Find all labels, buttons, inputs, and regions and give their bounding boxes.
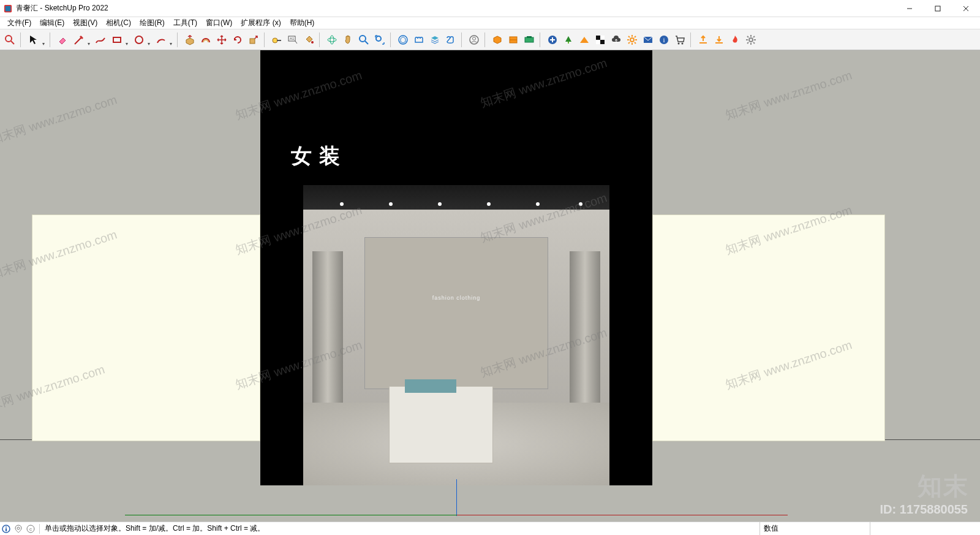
outliner-icon[interactable] — [443, 32, 458, 47]
layers-icon[interactable] — [428, 32, 442, 47]
info-icon[interactable]: i — [657, 32, 671, 47]
search-icon[interactable] — [2, 32, 17, 47]
flame-icon[interactable] — [728, 32, 742, 47]
svg-rect-3 — [935, 6, 940, 11]
svg-line-51 — [747, 36, 748, 37]
menu-view[interactable]: 视图(V) — [69, 17, 101, 29]
maximize-button[interactable] — [924, 0, 952, 17]
add-scene-icon[interactable] — [545, 32, 560, 47]
svg-point-44 — [678, 42, 680, 44]
push-pull-tool[interactable] — [183, 32, 197, 47]
menu-bar: 文件(F) 编辑(E) 视图(V) 相机(C) 绘图(R) 工具(T) 窗口(W… — [0, 17, 980, 29]
status-geoloc-icon[interactable] — [12, 525, 24, 533]
svg-rect-25 — [525, 37, 533, 42]
arc-tool[interactable] — [153, 32, 174, 47]
account-icon[interactable] — [467, 32, 481, 47]
svg-point-58 — [17, 527, 20, 529]
vray-render-icon[interactable] — [522, 32, 537, 47]
cart-icon[interactable] — [673, 32, 687, 47]
svg-rect-57 — [6, 528, 7, 531]
svg-point-15 — [328, 38, 336, 42]
model-viewport[interactable]: 女装 fashion clothing 知末网 www.znzmo.com — [0, 50, 980, 522]
svg-rect-1 — [6, 6, 11, 11]
clothes-rack-left — [312, 251, 343, 403]
scale-tool[interactable] — [246, 32, 261, 47]
svg-point-56 — [6, 526, 7, 528]
side-panel-right — [652, 214, 885, 441]
menu-draw[interactable]: 绘图(R) — [136, 17, 168, 29]
svg-rect-8 — [113, 37, 121, 42]
rotate-tool[interactable] — [230, 32, 245, 47]
orbit-tool[interactable] — [325, 32, 339, 47]
cloud-upload-icon[interactable] — [609, 32, 624, 47]
axis-red — [457, 515, 788, 515]
eraser-tool[interactable] — [55, 32, 70, 47]
measurement-input[interactable] — [870, 522, 980, 535]
side-panel-left — [32, 214, 260, 441]
extension-warehouse-icon[interactable] — [412, 32, 426, 47]
move-tool[interactable] — [214, 32, 229, 47]
title-bar: 青奢汇 - SketchUp Pro 2022 — [0, 0, 980, 17]
tape-measure-tool[interactable] — [270, 32, 284, 47]
zoom-tool[interactable] — [356, 32, 371, 47]
svg-line-39 — [628, 42, 630, 44]
svg-line-18 — [365, 41, 368, 44]
sandbox-icon[interactable] — [577, 32, 592, 47]
svg-line-7 — [11, 41, 14, 44]
app-icon — [4, 4, 12, 13]
axis-blue — [456, 479, 457, 516]
vray-asset-icon[interactable] — [490, 32, 505, 47]
close-button[interactable] — [952, 0, 980, 17]
watermark-text: 知末网 www.znzmo.com — [723, 67, 854, 123]
svg-point-32 — [630, 38, 634, 42]
menu-camera[interactable]: 相机(C) — [102, 17, 135, 29]
menu-extensions[interactable]: 扩展程序 (x) — [237, 17, 284, 29]
id-watermark: ID: 1175880055 — [880, 503, 968, 517]
minimize-button[interactable] — [895, 0, 924, 17]
svg-line-54 — [753, 36, 755, 37]
entrance-ceiling — [303, 185, 609, 210]
gear2-icon[interactable] — [744, 32, 758, 47]
paint-bucket-tool[interactable] — [301, 32, 316, 47]
menu-window[interactable]: 窗口(W) — [202, 17, 236, 29]
toolbar: A1 i — [0, 29, 980, 50]
menu-tools[interactable]: 工具(T) — [170, 17, 201, 29]
svg-point-11 — [273, 38, 277, 43]
select-tool[interactable] — [26, 32, 47, 47]
pan-tool[interactable] — [341, 32, 355, 47]
menu-file[interactable]: 文件(F) — [4, 17, 35, 29]
svg-line-38 — [635, 42, 636, 44]
settings-gear-icon[interactable] — [625, 32, 639, 47]
text-tool[interactable]: A1 — [285, 32, 300, 47]
mail-icon[interactable] — [641, 32, 655, 47]
rectangle-tool[interactable] — [109, 32, 130, 47]
svg-point-17 — [360, 36, 366, 42]
status-info-icon[interactable] — [0, 525, 12, 533]
svg-point-19 — [376, 36, 381, 41]
display-counter — [389, 386, 493, 463]
brand-watermark: 知末 — [918, 469, 969, 503]
watermark-text: 知末网 www.znzmo.com — [0, 91, 119, 148]
import-icon[interactable] — [712, 32, 726, 47]
line-tool[interactable] — [71, 32, 92, 47]
circle-tool[interactable] — [131, 32, 152, 47]
svg-line-53 — [747, 42, 748, 44]
offset-tool[interactable] — [198, 32, 213, 47]
vray-frame-icon[interactable] — [506, 32, 521, 47]
tree-icon[interactable] — [561, 32, 576, 47]
svg-text:c: c — [29, 526, 32, 532]
checker-icon[interactable] — [593, 32, 608, 47]
menu-help[interactable]: 帮助(H) — [286, 17, 318, 29]
3d-warehouse-icon[interactable] — [396, 32, 410, 47]
svg-line-37 — [628, 36, 630, 37]
svg-rect-28 — [568, 42, 569, 44]
menu-edit[interactable]: 编辑(E) — [36, 17, 68, 29]
export-icon[interactable] — [696, 32, 710, 47]
status-credit-icon[interactable]: c — [24, 525, 37, 533]
freehand-tool[interactable] — [93, 32, 108, 47]
zoom-extents-tool[interactable] — [372, 32, 387, 47]
store-sign: 女装 — [291, 142, 347, 170]
svg-text:A1: A1 — [290, 37, 295, 40]
svg-point-14 — [311, 41, 314, 44]
status-bar: c 单击或拖动以选择对象。Shift = 加/减。Ctrl = 加。Shift … — [0, 522, 980, 535]
